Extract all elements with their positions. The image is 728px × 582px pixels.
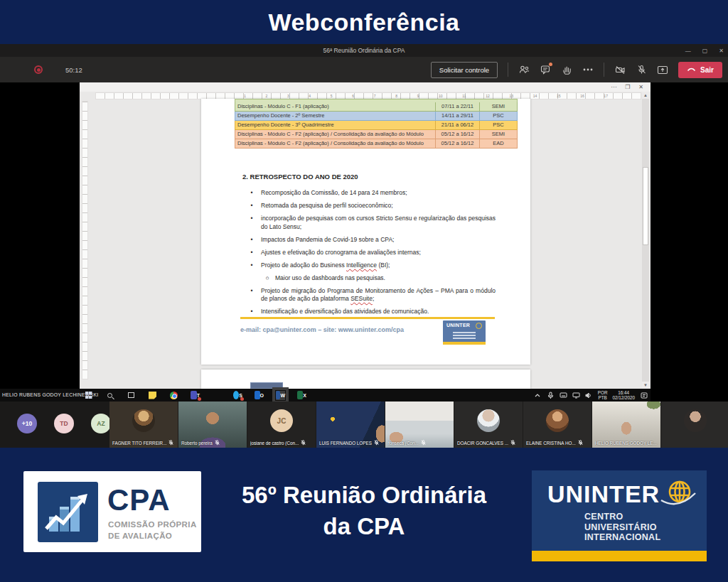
window-titlebar: 56ª Reunião Ordinária da CPA — ▢ ✕	[0, 44, 728, 57]
table-cell-dates: 05/12 a 16/12	[435, 130, 480, 139]
bullet-text: Projeto de adoção do Business Intelligen…	[261, 262, 496, 270]
participant-avatar	[477, 409, 500, 432]
participant-name: LUIS FERNANDO LOPES	[319, 441, 372, 446]
bullet-item: • Intensificação e diversificação das at…	[242, 308, 496, 316]
bullet-text: Ajustes e efetivação do cronograma de av…	[261, 249, 496, 257]
close-button[interactable]: ✕	[719, 48, 724, 54]
participant-overflow-badge[interactable]: AZ	[91, 414, 111, 433]
participant-overflow-badge[interactable]: +10	[17, 414, 37, 433]
muted-mic-icon	[510, 440, 515, 446]
vertical-ruler	[82, 101, 88, 379]
bullet-marker: •	[242, 215, 261, 231]
participant-name: Roberto pereira	[181, 441, 213, 446]
doc-more-icon[interactable]: ⋯	[611, 84, 616, 90]
doc-close-icon[interactable]: ✕	[638, 84, 643, 90]
event-title: 56º Reunião Ordinária da CPA	[206, 480, 522, 542]
participant-avatar	[615, 409, 638, 432]
participant-tile[interactable]: DOACIR GONCALVES ...	[454, 402, 523, 448]
participant-overflow-badge[interactable]: TD	[54, 414, 74, 433]
outlook-icon[interactable]: O	[255, 391, 264, 400]
bullet-item: • incorporação de pesquisas com os curso…	[242, 215, 496, 231]
raise-hand-icon[interactable]	[561, 64, 572, 75]
bullet-marker: •	[242, 249, 261, 257]
leave-button[interactable]: Sair	[678, 62, 722, 78]
table-cell-modality: SEMI	[480, 130, 517, 139]
excel-icon[interactable]: X	[297, 391, 306, 400]
request-control-button[interactable]: Solicitar controle	[431, 62, 498, 78]
scroll-up-icon[interactable]: ▲	[642, 92, 649, 99]
contact-line: e-mail: cpa@uninter.com – site: www.unin…	[240, 326, 404, 333]
chat-icon[interactable]	[540, 64, 551, 75]
cpa-subtitle-1: COMISSÃO PRÓPRIA	[108, 520, 197, 529]
bullet-marker: •	[242, 202, 261, 210]
file-explorer-icon[interactable]	[212, 391, 221, 400]
participant-tile[interactable]: Roberto pereira	[178, 402, 247, 448]
start-icon[interactable]	[84, 391, 93, 400]
uninter-wordmark: UNINTER	[547, 480, 660, 508]
participant-avatar	[132, 409, 155, 432]
table-row: Desempenho Docente - 2º Semestre 14/11 a…	[235, 112, 518, 121]
bullet-list: • Recomposição da Comissão, de 14 para 2…	[242, 189, 496, 320]
table-row: Disciplinas - Módulo C - F1 (aplicação) …	[235, 102, 518, 112]
tray-keyboard-icon[interactable]	[560, 392, 567, 399]
teams-icon[interactable]: T	[191, 391, 200, 400]
share-screen-icon[interactable]	[657, 64, 668, 75]
clock[interactable]: 16:44 02/12/2020	[612, 390, 635, 400]
muted-mic-icon	[578, 440, 583, 446]
windows-taskbar: HELIO RUBENS GODOY LECHINEWSKI TSOWX	[0, 389, 651, 402]
search-icon[interactable]	[105, 391, 114, 400]
bullet-text: Maior uso de dashboards nas pesquisas.	[275, 274, 496, 283]
brand-footer: CPA COMISSÃO PRÓPRIA DE AVALIAÇÃO 56º Re…	[0, 448, 728, 582]
participant-tile[interactable]: JC josiane de castro (Con...	[247, 402, 316, 448]
time-label: 16:44	[618, 390, 629, 395]
cpa-logo: CPA COMISSÃO PRÓPRIA DE AVALIAÇÃO	[23, 471, 201, 552]
participant-tile[interactable]: LUIS FERNANDO LOPES	[316, 402, 385, 448]
camera-off-icon[interactable]	[614, 64, 626, 75]
table-cell-activity: Desempenho Docente - 3º Quadrimestre	[235, 121, 435, 129]
sticky-notes-icon[interactable]	[148, 391, 157, 400]
participant-name: josiane de castro (Con...	[250, 441, 299, 446]
minimize-button[interactable]: —	[685, 48, 691, 54]
participant-tile[interactable]: fonseca (Con...	[385, 402, 454, 448]
tray-display-icon[interactable]	[572, 392, 580, 399]
more-options-icon[interactable]	[582, 64, 594, 75]
divider	[604, 63, 604, 77]
screenshot-root: Webconferência 56ª Reunião Ordinária da …	[0, 0, 728, 582]
tray-mic-icon[interactable]	[547, 392, 555, 399]
muted-mic-icon	[374, 440, 379, 446]
scroll-down-icon[interactable]: ▼	[642, 382, 649, 389]
table-cell-activity: Disciplinas - Módulo C - F2 (aplicação) …	[235, 130, 435, 139]
participant-tile[interactable]	[661, 402, 728, 448]
bullet-text: Intensificação e diversificação das ativ…	[261, 308, 496, 316]
chrome-icon[interactable]	[169, 391, 178, 400]
bullet-item: ○ Maior uso de dashboards nas pesquisas.	[259, 274, 496, 283]
skype-icon[interactable]: S	[233, 391, 242, 400]
scrollbar[interactable]: ▲ ▼	[642, 92, 649, 389]
notification-center-icon[interactable]	[640, 392, 648, 399]
recording-timer: 50:12	[65, 66, 82, 74]
participant-tile[interactable]: HELIO RUBENS GODOY LE...	[592, 402, 660, 448]
maximize-button[interactable]: ▢	[702, 48, 708, 54]
language-indicator[interactable]: PORPTB	[598, 390, 608, 400]
table-cell-modality: PSC	[480, 121, 517, 129]
tray-volume-icon[interactable]	[585, 392, 593, 399]
bullet-item: • Projeto de migração do Programa de Mon…	[242, 287, 496, 303]
mic-off-icon[interactable]	[636, 64, 647, 75]
globe-icon	[476, 323, 482, 329]
task-view-icon[interactable]	[127, 391, 136, 400]
table-cell-dates: 07/11 a 22/11	[435, 102, 480, 111]
participant-tile[interactable]: FAGNER TITO FERREIR...	[109, 402, 178, 448]
word-icon[interactable]: W	[276, 391, 285, 400]
table-cell-activity: Disciplinas - Módulo C - F1 (aplicação)	[235, 102, 435, 111]
participant-tile[interactable]: ELAINE CRISTINA HO...	[523, 402, 592, 448]
shared-screen-stage: ⋯ ❐ ✕ 1234567891011121314151617 Discipli…	[0, 82, 728, 402]
tray-chevron-up-icon[interactable]	[534, 392, 542, 399]
scrollbar-thumb[interactable]	[643, 167, 648, 245]
event-title-line1: 56º Reunião Ordinária	[206, 480, 522, 511]
schedule-table: Disciplinas - Módulo C - F1 (aplicação) …	[235, 102, 518, 149]
doc-restore-icon[interactable]: ❐	[625, 84, 630, 90]
divider	[508, 63, 508, 77]
participants-icon[interactable]	[518, 64, 530, 75]
participant-avatar: JC	[270, 409, 293, 432]
table-cell-dates: 21/11 a 06/12	[435, 121, 480, 129]
